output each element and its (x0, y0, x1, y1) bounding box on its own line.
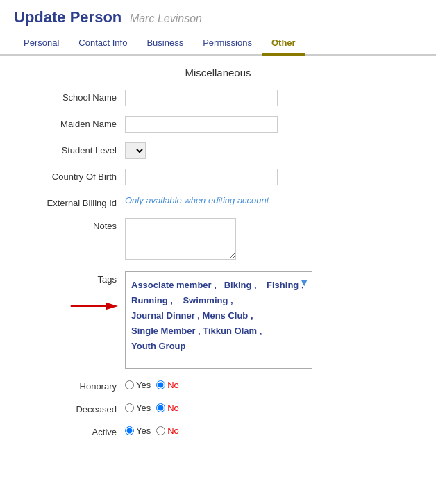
external-billing-label: External Billing Id (21, 195, 125, 208)
school-name-control (125, 90, 415, 106)
maiden-name-control (125, 116, 415, 133)
notes-label: Notes (21, 218, 125, 231)
deceased-no-label[interactable]: No (156, 403, 179, 413)
deceased-row: Deceased Yes No (21, 401, 415, 414)
maiden-name-label: Maiden Name (21, 116, 125, 129)
country-of-birth-input[interactable] (125, 169, 278, 185)
active-yes-label[interactable]: Yes (125, 426, 151, 436)
honorary-no-radio[interactable] (156, 380, 165, 389)
student-level-control (125, 142, 415, 159)
external-billing-row: External Billing Id Only available when … (21, 195, 415, 208)
country-of-birth-label: Country Of Birth (21, 169, 125, 182)
section-title: Miscellaneous (21, 67, 415, 78)
notes-row: Notes (21, 218, 415, 262)
honorary-label: Honorary (21, 378, 125, 392)
honorary-yes-label[interactable]: Yes (125, 380, 151, 390)
deceased-control: Yes No (125, 401, 415, 413)
active-label: Active (21, 424, 125, 437)
honorary-no-text: No (167, 380, 179, 390)
active-no-radio[interactable] (156, 426, 165, 435)
country-of-birth-row: Country Of Birth (21, 169, 415, 185)
school-name-label: School Name (21, 90, 125, 103)
student-level-row: Student Level (21, 142, 415, 159)
student-level-select[interactable] (125, 142, 146, 159)
svg-marker-1 (106, 303, 119, 310)
school-name-row: School Name (21, 90, 415, 106)
active-no-text: No (167, 426, 179, 436)
external-billing-control: Only available when editing account (125, 195, 415, 205)
deceased-yes-text: Yes (136, 403, 151, 413)
tags-arrow-container: ▼ Associate member , Biking , Fishing , … (125, 271, 312, 369)
school-name-input[interactable] (125, 90, 278, 106)
active-yes-radio[interactable] (125, 426, 134, 435)
tags-label: Tags (21, 271, 125, 285)
honorary-control: Yes No (125, 378, 415, 390)
honorary-row: Honorary Yes No (21, 378, 415, 392)
deceased-no-text: No (167, 403, 179, 413)
tab-personal[interactable]: Personal (14, 32, 69, 56)
tags-row: Tags ▼ Associate member , Biking , Fishi… (21, 271, 415, 369)
deceased-yes-label[interactable]: Yes (125, 403, 151, 413)
honorary-yes-text: Yes (136, 380, 151, 390)
active-yes-text: Yes (136, 426, 151, 436)
page-title: Update Person (14, 8, 121, 26)
active-row: Active Yes No (21, 424, 415, 437)
honorary-yes-radio[interactable] (125, 380, 134, 389)
honorary-no-label[interactable]: No (156, 380, 179, 390)
tab-business[interactable]: Business (137, 32, 193, 56)
external-billing-text: Only available when editing account (125, 192, 269, 205)
maiden-name-input[interactable] (125, 116, 278, 133)
tab-contact-info[interactable]: Contact Info (69, 32, 137, 56)
country-of-birth-control (125, 169, 415, 185)
deceased-no-radio[interactable] (156, 403, 165, 412)
tags-dropdown-arrow[interactable]: ▼ (299, 275, 309, 292)
maiden-name-row: Maiden Name (21, 116, 415, 133)
notes-textarea[interactable] (125, 218, 236, 260)
deceased-label: Deceased (21, 401, 125, 414)
page-title-person-name: Marc Levinson (130, 12, 202, 24)
active-no-label[interactable]: No (156, 426, 179, 436)
tabs-bar: Personal Contact Info Business Permissio… (0, 32, 436, 56)
red-arrow-icon (69, 299, 118, 313)
form-body: Miscellaneous School Name Maiden Name St… (0, 67, 436, 437)
tab-permissions[interactable]: Permissions (193, 32, 262, 56)
page-header: Update Person Marc Levinson (0, 0, 436, 32)
active-control: Yes No (125, 424, 415, 436)
tags-list-box[interactable]: ▼ Associate member , Biking , Fishing , … (125, 271, 312, 369)
deceased-yes-radio[interactable] (125, 403, 134, 412)
tab-other[interactable]: Other (262, 32, 305, 56)
notes-control (125, 218, 415, 262)
student-level-label: Student Level (21, 142, 125, 156)
